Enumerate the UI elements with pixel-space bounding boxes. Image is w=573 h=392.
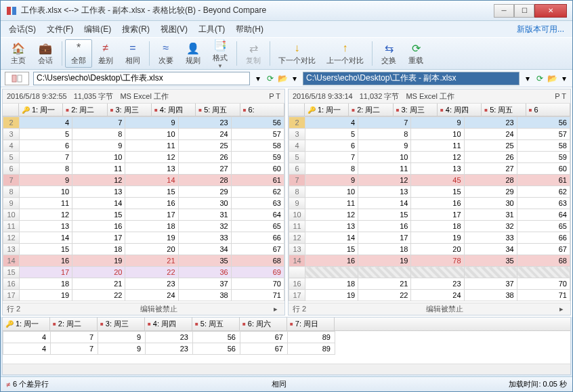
detail-grid[interactable]: 4792356678947923566789 xyxy=(3,331,335,355)
table-row[interactable]: 6811132760 xyxy=(3,163,284,175)
table-row[interactable]: 358102457 xyxy=(289,129,570,140)
reload-icon: ⟳ xyxy=(409,41,423,55)
history-icon[interactable]: ⟳ xyxy=(534,73,545,84)
next-diff-button[interactable]: ↓下一个对比 xyxy=(273,40,321,67)
rules-button[interactable]: 👤规则 xyxy=(179,40,207,67)
table-row[interactable]: 121417193366 xyxy=(289,232,570,244)
menu-search[interactable]: 搜索(R) xyxy=(118,22,154,37)
column-header[interactable]: 5: 周五 xyxy=(482,104,526,116)
column-header[interactable]: 1: 周一 xyxy=(305,104,349,116)
menu-session[interactable]: 会话(S) xyxy=(5,22,40,37)
column-header[interactable]: 2: 周二 xyxy=(50,318,98,330)
view-tab-icon[interactable] xyxy=(5,72,29,85)
compare-panes: 2016/5/18 9:32:5511,035 字节MS Excel 工作P T… xyxy=(1,87,572,317)
table-row[interactable]: 171922243871 xyxy=(289,290,570,301)
table-row[interactable]: 171922243871 xyxy=(3,290,284,301)
left-grid[interactable]: 2479235635810245746911255857101226596811… xyxy=(3,116,284,301)
table-row[interactable]: 5710122659 xyxy=(3,152,284,163)
right-path-input[interactable]: C:\Users\echo\Desktop\工作表 - 副本.xlsx xyxy=(303,72,519,85)
arrow-down-icon: ↓ xyxy=(291,41,304,55)
browse-icon[interactable]: 📂 xyxy=(547,73,557,84)
copy-button[interactable]: ⇄复制 xyxy=(240,40,267,67)
table-row[interactable]: 121417193366 xyxy=(3,232,284,244)
table-row[interactable] xyxy=(289,267,570,278)
browse-icon[interactable]: 📂 xyxy=(277,73,288,84)
new-version-link[interactable]: 新版本可用... xyxy=(513,22,568,37)
detail-header[interactable]: 1: 周一2: 周二3: 周三4: 周四5: 周五6: 周六7: 周日 xyxy=(3,318,570,331)
column-header[interactable]: 3: 周三 xyxy=(98,318,145,330)
table-row[interactable]: 101215173164 xyxy=(289,209,570,221)
menu-tools[interactable]: 工具(T) xyxy=(194,22,229,37)
table-row[interactable]: 91114163063 xyxy=(289,198,570,209)
table-row[interactable]: 24792356 xyxy=(289,117,570,129)
prev-diff-button[interactable]: ↑上一个对比 xyxy=(321,40,369,67)
chevron-down-icon[interactable]: ▾ xyxy=(253,73,263,84)
column-header[interactable]: 6 xyxy=(526,104,570,116)
menu-help[interactable]: 帮助(H) xyxy=(232,22,268,37)
history-icon[interactable]: ⟳ xyxy=(265,73,276,84)
table-row[interactable]: 7912142861 xyxy=(3,175,284,186)
column-header[interactable]: 2: 周二 xyxy=(63,104,107,116)
session-button[interactable]: 💼会话 xyxy=(32,40,59,67)
table-row[interactable]: 469112558 xyxy=(289,140,570,152)
table-row[interactable]: 161821233770 xyxy=(3,278,284,290)
column-header[interactable]: 3: 周三 xyxy=(108,104,152,116)
minimize-button[interactable]: ─ xyxy=(494,4,514,18)
table-row[interactable]: 161821233770 xyxy=(289,278,570,290)
table-row[interactable]: 6811132760 xyxy=(289,163,570,175)
swap-button[interactable]: ⇆交换 xyxy=(375,40,402,67)
chevron-down-icon[interactable]: ▾ xyxy=(559,73,570,84)
chevron-down-icon[interactable]: ▾ xyxy=(522,73,533,84)
column-header[interactable]: 5: 周五 xyxy=(196,104,240,116)
column-header[interactable]: 4: 周四 xyxy=(438,104,482,116)
table-row[interactable]: 24792356 xyxy=(3,117,284,129)
scroll-right-icon[interactable]: ▸ xyxy=(559,305,570,313)
column-header[interactable]: 4: 周四 xyxy=(152,104,196,116)
close-button[interactable]: ✕ xyxy=(534,4,567,18)
table-row[interactable]: 111316183265 xyxy=(289,221,570,232)
table-row[interactable]: 358102457 xyxy=(3,129,284,140)
column-header[interactable]: 6: xyxy=(240,104,284,116)
format-button[interactable]: 📑格式▼ xyxy=(207,37,234,70)
table-row[interactable]: 151720223669 xyxy=(3,267,284,278)
table-row[interactable]: 131518203467 xyxy=(3,244,284,255)
table-row[interactable]: 7912452861 xyxy=(289,175,570,186)
table-row[interactable]: 111316183265 xyxy=(3,221,284,232)
minor-button[interactable]: ≈次要 xyxy=(152,40,179,67)
table-row[interactable]: 47923566789 xyxy=(3,343,335,355)
table-row[interactable]: 131518203467 xyxy=(289,244,570,255)
table-row[interactable]: 469112558 xyxy=(3,140,284,152)
column-header[interactable]: 1: 周一 xyxy=(19,104,63,116)
menu-edit[interactable]: 编辑(E) xyxy=(80,22,115,37)
maximize-button[interactable]: ☐ xyxy=(514,4,534,18)
right-column-header[interactable]: 1: 周一2: 周二3: 周三4: 周四5: 周五6 xyxy=(289,103,570,116)
column-header[interactable]: 6: 周六 xyxy=(240,318,287,330)
table-row[interactable]: 47923566789 xyxy=(3,332,335,343)
column-header[interactable]: 3: 周三 xyxy=(394,104,438,116)
table-row[interactable]: 5710122659 xyxy=(289,152,570,163)
table-row[interactable]: 81013152962 xyxy=(3,186,284,198)
show-same-button[interactable]: =相同 xyxy=(119,40,146,67)
chevron-down-icon[interactable]: ▾ xyxy=(289,73,300,84)
menu-view[interactable]: 视图(V) xyxy=(156,22,192,37)
column-header[interactable]: 2: 周二 xyxy=(349,104,393,116)
right-grid[interactable]: 2479235635810245746911255857101226596811… xyxy=(289,116,570,301)
show-diff-button[interactable]: ≠差别 xyxy=(92,40,119,67)
column-header[interactable]: 1: 周一 xyxy=(3,318,50,330)
scrollbar[interactable] xyxy=(3,364,570,374)
column-header[interactable]: 7: 周日 xyxy=(287,318,335,330)
table-row[interactable]: 91114163063 xyxy=(3,198,284,209)
table-row[interactable]: 141619213568 xyxy=(3,255,284,267)
left-column-header[interactable]: 1: 周一2: 周二3: 周三4: 周四5: 周五6: xyxy=(3,103,284,116)
home-button[interactable]: 🏠主页 xyxy=(5,40,32,67)
table-row[interactable]: 101215173164 xyxy=(3,209,284,221)
left-path-input[interactable]: C:\Users\echo\Desktop\工作表.xlsx xyxy=(33,72,250,85)
reload-button[interactable]: ⟳重载 xyxy=(402,40,429,67)
column-header[interactable]: 4: 周四 xyxy=(145,318,192,330)
table-row[interactable]: 81013152962 xyxy=(289,186,570,198)
menu-file[interactable]: 文件(F) xyxy=(43,22,77,37)
column-header[interactable]: 5: 周五 xyxy=(192,318,240,330)
table-row[interactable]: 141619783568 xyxy=(289,255,570,267)
show-all-button[interactable]: *全部 xyxy=(65,39,92,68)
scroll-right-icon[interactable]: ▸ xyxy=(274,305,284,313)
